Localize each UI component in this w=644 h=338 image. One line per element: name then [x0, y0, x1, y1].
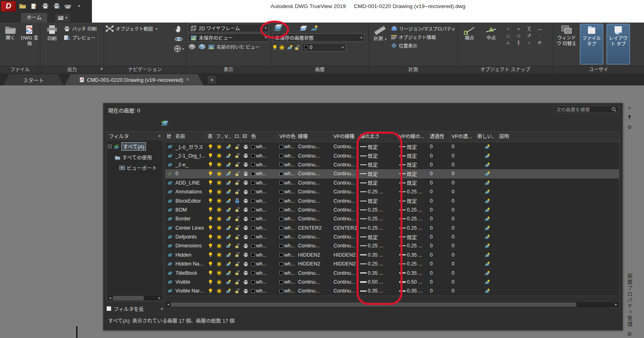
column-header-vp-transparency[interactable]: VPの透... — [450, 132, 476, 142]
vp-color-swatch[interactable] — [279, 208, 283, 212]
on-bulb-icon[interactable] — [208, 162, 213, 167]
column-header-status[interactable]: 状 — [165, 132, 174, 142]
osnap-midpoint-button[interactable]: 中点 — [481, 24, 501, 64]
vp-freeze-icon[interactable] — [225, 234, 231, 239]
column-header-description[interactable]: 説明 — [498, 132, 619, 142]
color-swatch[interactable] — [251, 289, 255, 293]
linetype-value[interactable]: HIDDEN2 — [297, 251, 332, 259]
drawing-canvas[interactable]: 現在の画層: 0 次の画層を検索 フィルタ « − すべて(A) — [0, 85, 644, 338]
new-vp-freeze-icon[interactable] — [484, 288, 490, 293]
vp-freeze-icon[interactable] — [225, 271, 231, 276]
layer-row[interactable]: ✓ Defpoints wh... wh... Continu... Conti… — [165, 232, 619, 241]
new-vp-freeze-icon[interactable] — [484, 153, 490, 158]
close-tab-icon[interactable]: × — [186, 77, 189, 83]
column-header-vp-freeze[interactable]: V... — [223, 132, 233, 142]
vp-transparency-value[interactable]: 0 — [450, 259, 476, 268]
osnap-center-icon[interactable]: ○ — [503, 25, 513, 32]
layer-row[interactable]: ✓ Center Lines wh... wh... CENTER2 CENTE… — [165, 224, 619, 232]
vp-lineweight-value[interactable]: 0.25 ... — [407, 261, 422, 267]
plot-printer-icon[interactable] — [243, 235, 248, 239]
new-vp-freeze-icon[interactable] — [484, 180, 490, 185]
vp-transparency-value[interactable]: 0 — [450, 142, 476, 151]
column-header-linetype[interactable]: 線種 — [297, 132, 332, 142]
lineweight-value[interactable]: 0.25 ... — [368, 189, 383, 195]
unlock-icon[interactable] — [235, 162, 240, 167]
osnap-none-icon[interactable]: ⊘ — [534, 39, 545, 46]
tab-start[interactable]: スタート — [3, 74, 64, 85]
lineweight-value[interactable]: 既定 — [368, 161, 378, 168]
linetype-value[interactable]: Continu... — [297, 142, 332, 151]
transparency-value[interactable]: 0 — [429, 214, 450, 223]
vp-linetype-value[interactable]: HIDDEN2 — [332, 251, 359, 259]
lineweight-value[interactable]: 既定 — [368, 152, 378, 160]
filter-item-all-used[interactable]: すべての使用 — [108, 153, 162, 161]
layer-state-dropdown[interactable]: 未保存の画層状態 ▾ — [273, 33, 365, 42]
autohide-pin-icon[interactable] — [625, 112, 634, 122]
description-value[interactable] — [498, 278, 619, 286]
layer-row[interactable]: ✓ _2-1_Org_I... wh... wh... Continu... C… — [165, 151, 619, 160]
qat-customize-dropdown-icon[interactable]: ▾ — [74, 2, 84, 10]
layer-row[interactable]: ✓ Dimensions wh... wh... Continu... Cont… — [165, 241, 619, 250]
lineweight-value[interactable]: 0.25 ... — [368, 261, 383, 267]
zoom-extents-dropdown[interactable]: オブジェクト範囲 ▾ — [106, 25, 171, 32]
window-switch-button[interactable]: ウィンドウ 切替え — [556, 24, 577, 64]
new-vp-freeze-icon[interactable] — [484, 216, 490, 221]
vp-freeze-icon[interactable] — [225, 226, 231, 230]
plot-printer-icon[interactable] — [243, 172, 248, 176]
vp-lineweight-value[interactable]: 既定 — [407, 161, 417, 168]
vp-transparency-value[interactable]: 0 — [450, 196, 476, 205]
freeze-sun-icon[interactable] — [217, 261, 222, 267]
osnap-perpendicular-icon[interactable]: ⊥ — [503, 39, 513, 46]
vp-color-swatch[interactable] — [279, 253, 283, 257]
color-swatch[interactable] — [251, 262, 255, 266]
vp-linetype-value[interactable]: Continu... — [332, 286, 359, 295]
on-bulb-icon[interactable] — [208, 270, 213, 276]
new-vp-freeze-icon[interactable] — [484, 226, 490, 230]
scroll-right-icon[interactable]: ▶ — [613, 303, 619, 306]
freeze-sun-icon[interactable] — [217, 234, 222, 240]
transparency-value[interactable]: 0 — [429, 205, 450, 214]
linetype-value[interactable]: Continu... — [297, 151, 332, 160]
lineweight-value[interactable]: 0.35 ... — [368, 252, 383, 258]
layer-row[interactable]: ✓ Visible wh... wh... Continu... Continu… — [165, 278, 619, 286]
vp-transparency-value[interactable]: 0 — [450, 251, 476, 259]
named-views-button[interactable]: 名前の付いた ビュー — [208, 44, 260, 50]
unlock-icon[interactable] — [295, 45, 300, 50]
vp-linetype-value[interactable]: Continu... — [332, 214, 359, 223]
vp-freeze-icon[interactable] — [225, 280, 231, 284]
on-bulb-icon[interactable] — [208, 234, 213, 240]
linetype-value[interactable]: Continu... — [297, 187, 332, 196]
osnap-endpoint-button[interactable]: 端点 — [459, 24, 479, 64]
layer-row[interactable]: ✓ 0 wh... wh... Continu... Continu... 既定… — [165, 169, 619, 178]
vp-transparency-value[interactable]: 0 — [450, 232, 476, 241]
vp-color-swatch[interactable] — [279, 244, 283, 248]
lineweight-value[interactable]: 既定 — [368, 170, 378, 178]
on-bulb-icon[interactable] — [208, 198, 213, 203]
vp-transparency-value[interactable]: 0 — [450, 160, 476, 169]
column-header-vp-color[interactable]: VPの色 — [278, 132, 297, 142]
batch-plot-icon[interactable] — [52, 2, 61, 10]
column-header-transparency[interactable]: 透過性 — [429, 132, 450, 142]
color-swatch[interactable] — [251, 244, 255, 248]
freeze-sun-icon[interactable] — [217, 270, 222, 276]
lineweight-value[interactable]: 既定 — [368, 197, 378, 205]
column-header-vp-lineweight[interactable]: VPの線の... — [398, 132, 429, 142]
vp-color-swatch[interactable] — [279, 199, 283, 203]
on-bulb-icon[interactable] — [208, 180, 213, 185]
open-icon[interactable] — [18, 2, 27, 10]
vp-linetype-value[interactable]: Continu... — [332, 241, 359, 250]
palette-properties-icon[interactable]: ⚙ — [625, 122, 634, 132]
vp-linetype-value[interactable]: Continu... — [332, 196, 359, 205]
view-dropdown[interactable]: 未保存のビュー ▾ — [188, 33, 269, 42]
unlock-icon[interactable] — [235, 252, 240, 257]
plot-printer-icon[interactable] — [243, 190, 248, 194]
vp-linetype-value[interactable]: Continu... — [332, 160, 359, 169]
vp-freeze-icon[interactable] — [225, 144, 231, 149]
unlock-icon[interactable] — [235, 225, 240, 230]
color-swatch[interactable] — [251, 280, 255, 284]
color-swatch[interactable] — [251, 172, 255, 176]
freeze-sun-icon[interactable] — [217, 171, 222, 176]
linetype-value[interactable]: Continu... — [297, 268, 332, 277]
transparency-value[interactable]: 0 — [429, 268, 450, 277]
vp-lineweight-value[interactable]: 0.25 ... — [407, 243, 422, 249]
